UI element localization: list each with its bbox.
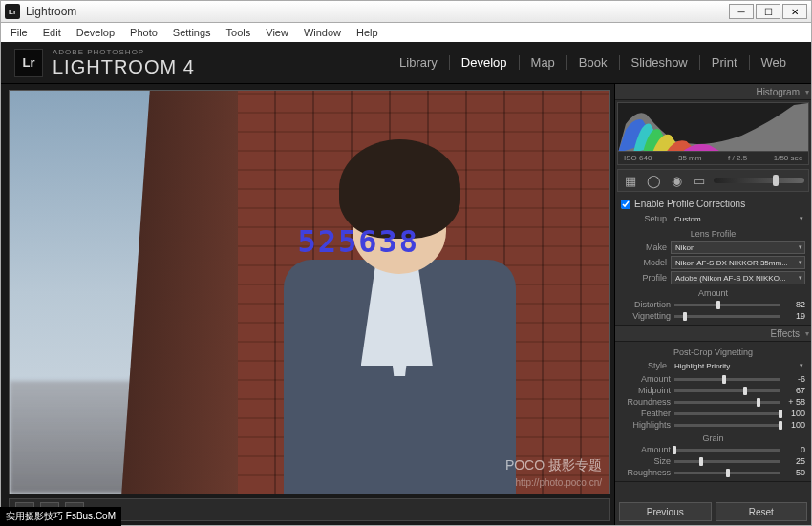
app-icon: Lr — [5, 4, 20, 19]
pcv-amount-value: -6 — [784, 374, 805, 384]
tool-gradient-icon[interactable]: ▭ — [691, 172, 708, 189]
watermark-poco: POCO 摄影专题 — [505, 457, 602, 474]
module-slideshow[interactable]: Slideshow — [620, 55, 700, 70]
lens-make-dropdown[interactable]: Nikon — [671, 241, 805, 254]
tool-whitebalance-icon[interactable]: ◯ — [645, 172, 662, 189]
histogram[interactable]: ISO 640 35 mm f / 2.5 1/50 sec — [617, 102, 809, 165]
pcv-header: Post-Crop Vignetting — [621, 345, 805, 358]
grain-size-slider[interactable] — [674, 460, 780, 463]
menu-edit[interactable]: Edit — [35, 25, 69, 40]
window-title: Lightroom — [26, 5, 729, 18]
module-book[interactable]: Book — [567, 55, 620, 70]
lens-profile-header: Lens Profile — [621, 226, 805, 240]
module-map[interactable]: Map — [520, 55, 567, 70]
setup-dropdown[interactable]: Custom — [671, 212, 805, 225]
grain-roughness-slider[interactable] — [674, 472, 780, 474]
maximize-button[interactable]: ☐ — [756, 4, 780, 19]
menu-develop[interactable]: Develop — [69, 25, 122, 40]
close-button[interactable]: ✕ — [782, 4, 807, 19]
preview-image[interactable]: 525638 POCO 摄影专题 http://photo.poco.cn/ — [9, 90, 610, 494]
tool-crop-icon[interactable]: ▦ — [622, 172, 639, 189]
lens-model-dropdown[interactable]: Nikon AF-S DX NIKKOR 35mm... — [671, 256, 805, 269]
pcv-highlights-slider[interactable] — [674, 424, 780, 427]
histo-iso: ISO 640 — [624, 154, 652, 162]
menu-help[interactable]: Help — [349, 25, 386, 40]
menu-view[interactable]: View — [258, 25, 296, 40]
logo-badge: Lr — [14, 49, 43, 77]
vignetting-slider[interactable] — [674, 315, 780, 318]
pcv-roundness-slider[interactable] — [674, 401, 780, 404]
module-print[interactable]: Print — [700, 55, 750, 70]
pcv-style-dropdown[interactable]: Highlight Priority — [671, 359, 805, 372]
grain-amount-slider[interactable] — [674, 449, 780, 452]
menu-tools[interactable]: Tools — [219, 25, 259, 40]
lens-amount-header: Amount — [621, 285, 805, 299]
distortion-slider[interactable] — [674, 304, 780, 306]
module-library[interactable]: Library — [388, 55, 450, 70]
brand-sub: ADOBE PHOTOSHOP — [53, 48, 195, 56]
tool-exposure-slider[interactable] — [714, 178, 804, 183]
tool-targeted-icon[interactable]: ◉ — [668, 172, 685, 189]
effects-header[interactable]: Effects — [615, 326, 811, 342]
menubar: File Edit Develop Photo Settings Tools V… — [0, 23, 812, 42]
menu-window[interactable]: Window — [296, 25, 349, 40]
watermark-number: 525638 — [297, 223, 419, 260]
minimize-button[interactable]: ─ — [729, 4, 754, 19]
enable-profile-label: Enable Profile Corrections — [634, 199, 745, 209]
menu-photo[interactable]: Photo — [122, 25, 165, 40]
brand-main: LIGHTROOM 4 — [53, 56, 195, 78]
histogram-header[interactable]: Histogram — [615, 84, 811, 100]
histo-aperture: f / 2.5 — [728, 154, 747, 162]
lens-profile-dropdown[interactable]: Adobe (Nikon AF-S DX NIKKO... — [671, 271, 805, 284]
pcv-midpoint-slider[interactable] — [674, 389, 780, 392]
module-develop[interactable]: Develop — [450, 55, 520, 70]
histo-shutter: 1/50 sec — [774, 154, 802, 162]
menu-file[interactable]: File — [3, 25, 35, 40]
histo-focal: 35 mm — [678, 154, 701, 162]
menu-settings[interactable]: Settings — [165, 25, 219, 40]
pcv-amount-slider[interactable] — [674, 378, 780, 381]
module-web[interactable]: Web — [750, 55, 799, 70]
footer-badge: 实用摄影技巧 FsBus.CoM — [0, 507, 121, 526]
pcv-feather-slider[interactable] — [674, 412, 780, 415]
watermark-url: http://photo.poco.cn/ — [515, 477, 602, 488]
grain-header: Grain — [621, 431, 805, 444]
previous-button[interactable]: Previous — [619, 502, 712, 521]
enable-profile-checkbox[interactable] — [621, 200, 630, 209]
reset-button[interactable]: Reset — [716, 502, 808, 521]
